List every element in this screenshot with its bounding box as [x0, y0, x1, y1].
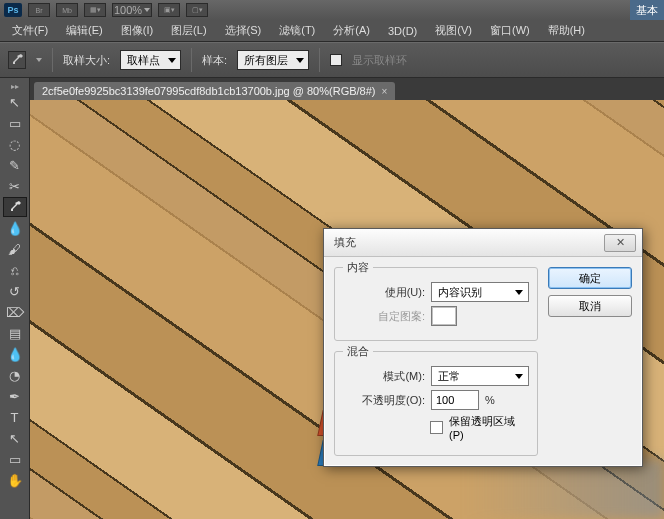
document-tab-label: 2cf5e0fe9925bc3139fe07995cdf8db1cb13700b… [42, 85, 375, 97]
gradient-tool[interactable]: ▤ [3, 323, 27, 343]
menu-window[interactable]: 窗口(W) [482, 21, 538, 40]
tool-preset-dropdown-icon[interactable] [36, 58, 42, 62]
menu-analysis[interactable]: 分析(A) [325, 21, 378, 40]
opacity-input[interactable]: 100 [431, 390, 479, 410]
app-titlebar: Ps Br Mb ▦▾ 100% ▣▾ ▢▾ 基本 [0, 0, 664, 20]
eyedropper-tool[interactable] [3, 197, 27, 217]
sample-label: 样本: [202, 53, 227, 68]
show-sampling-ring-label: 显示取样环 [352, 53, 407, 68]
screenmode-button[interactable]: ▢▾ [186, 3, 208, 17]
healing-tool[interactable]: 💧 [3, 218, 27, 238]
brush-tool[interactable]: 🖌 [3, 239, 27, 259]
ok-button[interactable]: 确定 [548, 267, 632, 289]
custom-pattern-label: 自定图案: [343, 309, 425, 324]
preserve-transparency-label: 保留透明区域(P) [449, 414, 529, 441]
eraser-tool[interactable]: ⌦ [3, 302, 27, 322]
shape-tool[interactable]: ▭ [3, 449, 27, 469]
mode-label: 模式(M): [343, 369, 425, 384]
stamp-tool[interactable]: ⎌ [3, 260, 27, 280]
dodge-tool[interactable]: ◔ [3, 365, 27, 385]
close-button[interactable]: ✕ [604, 234, 636, 252]
opacity-label: 不透明度(O): [343, 393, 425, 408]
content-fieldset: 内容 使用(U): 内容识别 自定图案: [334, 267, 538, 341]
dialog-titlebar[interactable]: 填充 ✕ [324, 229, 642, 257]
blend-legend: 混合 [343, 344, 373, 359]
fill-dialog: 填充 ✕ 内容 使用(U): 内容识别 自定图案: 混合 模式(M): 正常 [323, 228, 643, 467]
document-tab[interactable]: 2cf5e0fe9925bc3139fe07995cdf8db1cb13700b… [34, 82, 395, 100]
bridge-button[interactable]: Br [28, 3, 50, 17]
toolbox-collapse-icon[interactable]: ▸▸ [0, 82, 29, 90]
menu-file[interactable]: 文件(F) [4, 21, 56, 40]
quick-select-tool[interactable]: ✎ [3, 155, 27, 175]
pen-tool[interactable]: ✒ [3, 386, 27, 406]
arrange-button[interactable]: ▣▾ [158, 3, 180, 17]
menu-layer[interactable]: 图层(L) [163, 21, 214, 40]
view-extras-button[interactable]: ▦▾ [84, 3, 106, 17]
content-legend: 内容 [343, 260, 373, 275]
sample-size-label: 取样大小: [63, 53, 110, 68]
cancel-button[interactable]: 取消 [548, 295, 632, 317]
sample-layers-select[interactable]: 所有图层 [237, 50, 309, 70]
use-select[interactable]: 内容识别 [431, 282, 529, 302]
ps-logo-icon: Ps [4, 3, 22, 17]
menu-filter[interactable]: 滤镜(T) [271, 21, 323, 40]
use-label: 使用(U): [343, 285, 425, 300]
type-tool[interactable]: T [3, 407, 27, 427]
history-brush-tool[interactable]: ↺ [3, 281, 27, 301]
menu-view[interactable]: 视图(V) [427, 21, 480, 40]
path-select-tool[interactable]: ↖ [3, 428, 27, 448]
minibridge-button[interactable]: Mb [56, 3, 78, 17]
show-sampling-ring-checkbox[interactable] [330, 54, 342, 66]
custom-pattern-swatch [431, 306, 457, 326]
hand-tool[interactable]: ✋ [3, 470, 27, 490]
menu-3d[interactable]: 3D(D) [380, 23, 425, 39]
toolbox: ▸▸ ↖ ▭ ◌ ✎ ✂ 💧 🖌 ⎌ ↺ ⌦ ▤ 💧 ◔ ✒ T ↖ ▭ ✋ [0, 78, 30, 519]
menu-bar: 文件(F) 编辑(E) 图像(I) 图层(L) 选择(S) 滤镜(T) 分析(A… [0, 20, 664, 42]
document-tabstrip: 2cf5e0fe9925bc3139fe07995cdf8db1cb13700b… [30, 78, 664, 100]
preserve-transparency-checkbox[interactable] [430, 421, 443, 434]
mode-select[interactable]: 正常 [431, 366, 529, 386]
dialog-title: 填充 [334, 235, 356, 250]
move-tool[interactable]: ↖ [3, 92, 27, 112]
menu-edit[interactable]: 编辑(E) [58, 21, 111, 40]
menu-help[interactable]: 帮助(H) [540, 21, 593, 40]
lasso-tool[interactable]: ◌ [3, 134, 27, 154]
blend-fieldset: 混合 模式(M): 正常 不透明度(O): 100 % 保留透明区域(P) [334, 351, 538, 456]
workspace-switcher[interactable]: 基本 [630, 0, 664, 20]
menu-image[interactable]: 图像(I) [113, 21, 161, 40]
close-tab-icon[interactable]: × [381, 86, 387, 97]
menu-select[interactable]: 选择(S) [217, 21, 270, 40]
options-bar: 取样大小: 取样点 样本: 所有图层 显示取样环 [0, 42, 664, 78]
blur-tool[interactable]: 💧 [3, 344, 27, 364]
blur-region [464, 459, 664, 519]
percent-label: % [485, 394, 495, 406]
zoom-level-select[interactable]: 100% [112, 3, 152, 17]
sample-size-select[interactable]: 取样点 [120, 50, 181, 70]
crop-tool[interactable]: ✂ [3, 176, 27, 196]
marquee-tool[interactable]: ▭ [3, 113, 27, 133]
eyedropper-tool-icon[interactable] [8, 51, 26, 69]
